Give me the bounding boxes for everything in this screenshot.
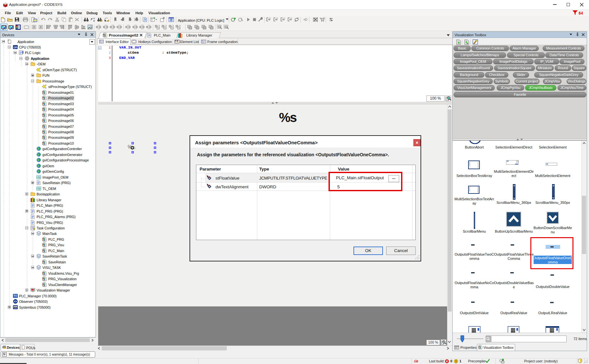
svg-text:PLC: PLC bbox=[14, 294, 17, 296]
svg-text:A: A bbox=[91, 18, 92, 20]
svg-text:CPU: CPU bbox=[14, 46, 18, 48]
svg-text:B: B bbox=[93, 20, 95, 22]
